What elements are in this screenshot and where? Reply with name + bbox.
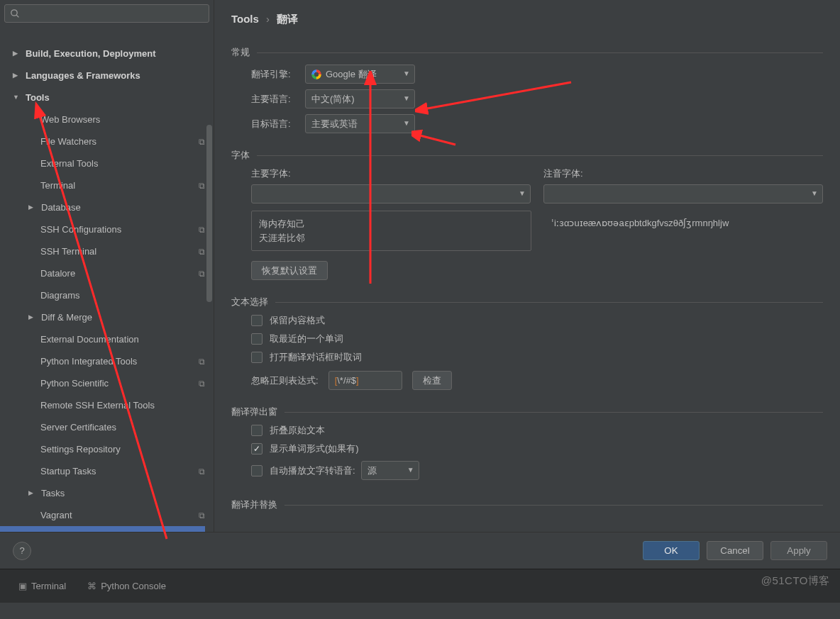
chevron-right-icon: [28, 490, 37, 497]
sidebar-item-label: Tasks: [41, 488, 65, 498]
sidebar-item[interactable]: External Documentation: [0, 328, 214, 350]
sidebar-item-label: Python Scientific: [40, 378, 109, 389]
sidebar-item[interactable]: Remote SSH External Tools: [0, 394, 214, 416]
sidebar-item-label: Diff & Merge: [41, 312, 92, 323]
breadcrumb-sep: ›: [266, 13, 270, 25]
preview-line1: 海内存知己: [259, 217, 524, 231]
sidebar-item[interactable]: Server Certificates: [0, 416, 214, 438]
sidebar-item[interactable]: Startup Tasks⧉: [0, 460, 214, 482]
engine-value: Google 翻译: [326, 68, 377, 81]
python-console-tool[interactable]: ⌘Python Console: [87, 581, 166, 591]
breadcrumb-page: 翻译: [277, 13, 298, 25]
sidebar-item-label: Tools: [26, 92, 50, 103]
on-open-checkbox[interactable]: [251, 352, 262, 363]
sidebar-item-label: Database: [41, 202, 81, 213]
sidebar-item-label: Settings Repository: [40, 444, 121, 455]
section-font-label: 字体: [231, 149, 250, 162]
show-form-checkbox[interactable]: [251, 443, 262, 455]
chevron-down-icon: ▼: [519, 189, 526, 197]
sidebar-item-label: Vagrant: [40, 510, 72, 520]
auto-tts-label: 自动播放文字转语音:: [270, 464, 355, 477]
sidebar-item[interactable]: SSH Terminal⧉: [0, 240, 214, 262]
sidebar-item[interactable]: Diagrams: [0, 284, 214, 306]
sidebar-item-label: 翻译: [40, 531, 59, 532]
sidebar-item-label: Startup Tasks: [40, 466, 96, 476]
sidebar-item[interactable]: Python Scientific⧉: [0, 372, 214, 394]
cancel-button[interactable]: Cancel: [707, 541, 763, 560]
sidebar-item-label: Build, Execution, Deployment: [26, 48, 155, 59]
sidebar-scroll-thumb[interactable]: [206, 125, 212, 302]
chevron-down-icon: ▼: [403, 119, 410, 127]
reset-font-button[interactable]: 恢复默认设置: [251, 261, 328, 280]
breadcrumb-root[interactable]: Tools: [231, 13, 259, 25]
check-regex-button[interactable]: 检查: [412, 371, 452, 390]
primary-lang-combo[interactable]: 中文(简体) ▼: [305, 89, 415, 108]
sidebar-item[interactable]: Database: [0, 196, 214, 218]
sidebar-item[interactable]: Web Browsers: [0, 108, 214, 130]
nearest-word-checkbox[interactable]: [251, 333, 262, 345]
sidebar-item[interactable]: File Watchers⧉: [0, 130, 214, 152]
section-text-sel: 文本选择: [231, 296, 823, 308]
primary-lang-label: 主要语言:: [251, 93, 305, 106]
sidebar-item[interactable]: SSH Configurations⧉: [0, 218, 214, 240]
sidebar-item[interactable]: Vagrant⧉: [0, 504, 214, 526]
chevron-right-icon: [28, 204, 37, 211]
engine-combo[interactable]: Google 翻译 ▼: [305, 65, 415, 84]
sidebar-scrollbar[interactable]: [205, 26, 214, 532]
engine-label: 翻译引擎:: [251, 68, 305, 81]
section-font: 字体: [231, 149, 823, 162]
ignore-regex-input[interactable]: [\*/#$]: [328, 371, 402, 390]
section-popup: 翻译弹出窗: [231, 406, 823, 418]
sidebar-item[interactable]: 翻译: [0, 526, 214, 532]
phonetic-font-preview: ˈiːɜαɔuɪeæʌɒʊəaɛpbtdkgfvszθðʃʒrmnŋhljw: [544, 211, 823, 251]
sidebar-item[interactable]: External Tools: [0, 152, 214, 174]
project-scope-icon: ⧉: [199, 357, 205, 367]
settings-tree[interactable]: Build, Execution, DeploymentLanguages & …: [0, 26, 214, 532]
section-replace: 翻译并替换: [231, 498, 823, 511]
chevron-down-icon: ▼: [811, 189, 818, 197]
sidebar-item[interactable]: Settings Repository: [0, 438, 214, 460]
tts-source-combo[interactable]: 源 ▼: [361, 461, 419, 480]
target-lang-combo[interactable]: 主要或英语 ▼: [305, 114, 415, 133]
main-area: Build, Execution, DeploymentLanguages & …: [0, 0, 840, 532]
sidebar-item[interactable]: Build, Execution, Deployment: [0, 43, 214, 65]
primary-lang-value: 中文(简体): [311, 93, 355, 106]
sidebar-item[interactable]: Tools: [0, 87, 214, 108]
sidebar-item[interactable]: Terminal⧉: [0, 174, 214, 196]
sidebar: Build, Execution, DeploymentLanguages & …: [0, 0, 214, 532]
terminal-tool[interactable]: ▣Terminal: [18, 581, 66, 591]
sidebar-item[interactable]: Languages & Frameworks: [0, 65, 214, 87]
target-lang-label: 目标语言:: [251, 118, 305, 130]
auto-tts-checkbox[interactable]: [251, 465, 262, 476]
sidebar-item[interactable]: Python Integrated Tools⧉: [0, 350, 214, 372]
phonetic-font-combo[interactable]: ▼: [543, 184, 823, 203]
search-input[interactable]: [4, 4, 209, 23]
sidebar-item-label: External Documentation: [40, 334, 139, 345]
sidebar-item-label: Diagrams: [40, 290, 80, 301]
ignore-regex-label: 忽略正则表达式:: [251, 374, 319, 387]
section-popup-label: 翻译弹出窗: [231, 406, 277, 418]
project-scope-icon: ⧉: [199, 225, 205, 235]
sidebar-item[interactable]: Datalore⧉: [0, 262, 214, 284]
project-scope-icon: ⧉: [199, 137, 205, 147]
help-button[interactable]: ?: [13, 542, 31, 560]
watermark: @51CTO博客: [761, 574, 830, 588]
section-general: 常规: [231, 46, 823, 59]
sidebar-item[interactable]: Diff & Merge: [0, 306, 214, 328]
project-scope-icon: ⧉: [199, 379, 205, 389]
sidebar-item[interactable]: Tasks: [0, 482, 214, 504]
preview-ipa: ˈiːɜαɔuɪeæʌɒʊəaɛpbtdkgfvszθðʃʒrmnŋhljw: [551, 216, 816, 230]
section-text-sel-label: 文本选择: [231, 296, 268, 308]
terminal-icon: ▣: [18, 581, 27, 591]
apply-button[interactable]: Apply: [770, 541, 827, 560]
keep-format-checkbox[interactable]: [251, 315, 262, 326]
content: Tools › 翻译 常规 翻译引擎: Google 翻译 ▼ 主要语言: 中文…: [214, 0, 840, 532]
chevron-down-icon: [13, 94, 21, 101]
ok-button[interactable]: OK: [643, 541, 700, 560]
python-icon: ⌘: [87, 581, 96, 591]
primary-font-combo[interactable]: ▼: [251, 184, 531, 203]
preview-line2: 天涯若比邻: [259, 231, 524, 245]
search-wrap: [0, 0, 214, 26]
chevron-down-icon: ▼: [403, 94, 410, 102]
collapse-checkbox[interactable]: [251, 425, 262, 436]
